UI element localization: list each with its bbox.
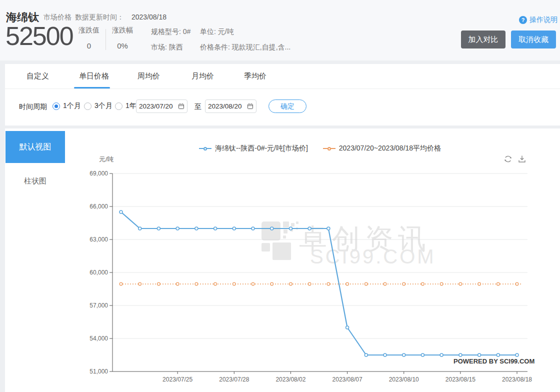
active-tab-underline bbox=[74, 87, 110, 88]
market-label: 市场: 陕西 bbox=[151, 43, 190, 52]
svg-text:2023/08/18: 2023/08/18 bbox=[502, 376, 532, 383]
update-time-label: 数据更新时间： bbox=[75, 13, 124, 22]
calendar-icon bbox=[178, 103, 184, 110]
svg-text:2023/07/25: 2023/07/25 bbox=[162, 376, 192, 383]
change-pct-label: 涨跌幅 bbox=[105, 26, 140, 35]
radio-1-year-label: 1年 bbox=[126, 102, 136, 110]
header: 海绵钛 市场价格 数据更新时间： 2023/08/18 52500 涨跌值 0 … bbox=[0, 0, 560, 60]
radio-icon bbox=[52, 102, 60, 110]
period-label: 时间周期 bbox=[19, 102, 47, 112]
control-panel: 自定义 单日价格 周均价 月均价 季均价 时间周期 1个月 3个月 1年 bbox=[5, 64, 560, 126]
end-date-value[interactable] bbox=[208, 102, 244, 110]
svg-text:2023/08/15: 2023/08/15 bbox=[446, 376, 476, 383]
svg-text:2023/07/28: 2023/07/28 bbox=[219, 376, 249, 383]
change-value: 0 bbox=[72, 42, 106, 50]
add-compare-button[interactable]: 加入对比 bbox=[461, 30, 506, 48]
to-label: 至 bbox=[194, 102, 202, 112]
svg-text:2023/08/10: 2023/08/10 bbox=[389, 376, 419, 383]
change-pct: 0% bbox=[105, 42, 140, 50]
spec-label: 规格型号: 0# bbox=[151, 28, 190, 36]
tabs-bar: 自定义 单日价格 周均价 月均价 季均价 bbox=[5, 64, 560, 89]
radio-1-month[interactable]: 1个月 bbox=[52, 102, 81, 110]
period-row: 时间周期 1个月 3个月 1年 至 bbox=[5, 89, 560, 125]
svg-text:60,000: 60,000 bbox=[90, 269, 108, 276]
radio-icon bbox=[84, 102, 92, 110]
end-date-input[interactable] bbox=[205, 100, 256, 113]
svg-text:63,000: 63,000 bbox=[90, 236, 108, 243]
question-icon: ? bbox=[519, 16, 527, 24]
change-pct-column: 涨跌幅 0% bbox=[105, 26, 140, 50]
calendar-icon bbox=[247, 103, 254, 110]
confirm-button[interactable]: 确定 bbox=[268, 100, 306, 113]
tab-daily-price[interactable]: 单日价格 bbox=[79, 72, 109, 81]
current-price: 52500 bbox=[6, 22, 73, 50]
svg-text:57,000: 57,000 bbox=[90, 302, 108, 309]
condition-label: 价格条件: 现款现汇,自提,含... bbox=[200, 43, 290, 52]
start-date-value[interactable] bbox=[139, 102, 175, 110]
unfavorite-button[interactable]: 取消收藏 bbox=[511, 30, 556, 48]
update-time-value: 2023/08/18 bbox=[132, 13, 166, 21]
radio-3-month[interactable]: 3个月 bbox=[84, 102, 112, 110]
radio-1-year[interactable]: 1年 bbox=[115, 102, 136, 110]
svg-text:69,000: 69,000 bbox=[90, 170, 108, 177]
start-date-input[interactable] bbox=[136, 100, 188, 113]
svg-text:54,000: 54,000 bbox=[90, 335, 108, 342]
unit-condition-column: 单位: 元/吨 价格条件: 现款现汇,自提,含... bbox=[200, 28, 290, 52]
help-label: 操作说明 bbox=[530, 16, 558, 24]
product-subtitle: 市场价格 bbox=[44, 13, 72, 22]
tab-monthly-avg[interactable]: 月均价 bbox=[192, 72, 214, 81]
radio-3-month-label: 3个月 bbox=[94, 102, 112, 110]
tab-custom[interactable]: 自定义 bbox=[26, 72, 49, 81]
tab-weekly-avg[interactable]: 周均价 bbox=[138, 72, 160, 81]
unit-label: 单位: 元/吨 bbox=[200, 28, 290, 36]
tab-quarterly-avg[interactable]: 季均价 bbox=[244, 72, 266, 81]
svg-text:51,000: 51,000 bbox=[90, 368, 108, 375]
help-link[interactable]: ? 操作说明 bbox=[519, 16, 558, 24]
svg-text:SCI99.COM: SCI99.COM bbox=[310, 246, 436, 268]
change-value-label: 涨跌值 bbox=[72, 26, 106, 35]
svg-text:2023/08/07: 2023/08/07 bbox=[332, 376, 362, 383]
radio-1-month-label: 1个月 bbox=[63, 102, 81, 110]
price-line-chart: 69,00066,00063,00060,00057,00054,00051,0… bbox=[0, 128, 560, 392]
spec-market-column: 规格型号: 0# 市场: 陕西 bbox=[151, 28, 190, 52]
change-value-column: 涨跌值 0 bbox=[72, 26, 106, 50]
svg-text:2023/08/02: 2023/08/02 bbox=[276, 376, 306, 383]
radio-icon bbox=[115, 102, 122, 110]
svg-text:66,000: 66,000 bbox=[90, 203, 108, 210]
